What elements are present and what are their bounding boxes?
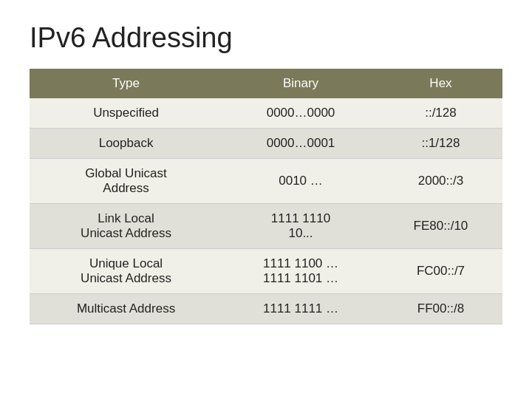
table-row: Loopback 0000…0001 ::1/128 [30,129,502,159]
col-header-binary: Binary [222,69,379,98]
cell-binary: 0010 … [222,159,379,204]
cell-hex: FC00::/7 [379,249,502,294]
col-header-type: Type [30,69,222,98]
table-row: Global UnicastAddress 0010 … 2000::/3 [30,159,502,204]
cell-binary: 0000…0001 [222,129,379,159]
table-row: Link LocalUnicast Address 1111 111010...… [30,204,502,249]
cell-hex: FF00::/8 [379,294,502,324]
table-row: Unique LocalUnicast Address 1111 1100 …1… [30,249,502,294]
cell-type: Unspecified [30,98,222,129]
table-row: Multicast Address 1111 1111 … FF00::/8 [30,294,502,324]
col-header-hex: Hex [379,69,502,98]
cell-binary: 0000…0000 [222,98,379,129]
page-title: IPv6 Addressing [30,22,502,54]
cell-type: Unique LocalUnicast Address [30,249,222,294]
cell-type: Link LocalUnicast Address [30,204,222,249]
cell-type: Multicast Address [30,294,222,324]
table-header-row: Type Binary Hex [30,69,502,98]
table-row: Unspecified 0000…0000 ::/128 [30,98,502,129]
cell-hex: FE80::/10 [379,204,502,249]
page-container: IPv6 Addressing Type Binary Hex Unspecif… [0,0,532,347]
cell-type: Loopback [30,129,222,159]
cell-type: Global UnicastAddress [30,159,222,204]
ipv6-table: Type Binary Hex Unspecified 0000…0000 ::… [30,69,502,324]
cell-hex: ::1/128 [379,129,502,159]
cell-hex: ::/128 [379,98,502,129]
cell-binary: 1111 1100 …1111 1101 … [222,249,379,294]
cell-binary: 1111 111010... [222,204,379,249]
cell-binary: 1111 1111 … [222,294,379,324]
cell-hex: 2000::/3 [379,159,502,204]
